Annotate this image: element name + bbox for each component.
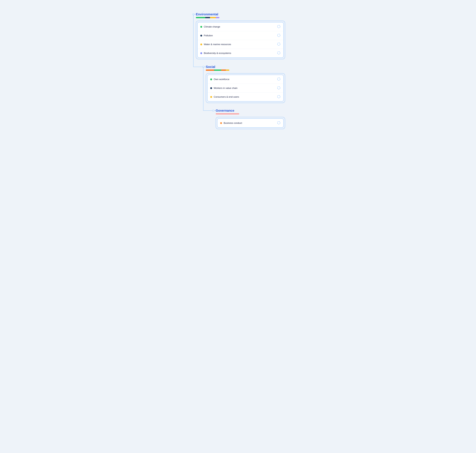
item-row[interactable]: Own workforce xyxy=(208,75,283,84)
card-governance: Business conduct xyxy=(216,117,285,129)
section-social: SocialOwn workforce Workers in value cha… xyxy=(206,65,285,103)
svg-point-3 xyxy=(277,51,280,54)
section-governance: GovernanceBusiness conduct xyxy=(216,109,285,129)
spinner-icon[interactable] xyxy=(277,51,281,55)
item-label: Consumers & end-users xyxy=(214,96,239,98)
bar-segment xyxy=(214,70,221,71)
svg-point-17 xyxy=(212,110,214,111)
svg-point-4 xyxy=(277,78,280,80)
bar-segment xyxy=(226,70,230,71)
item-row[interactable]: Business conduct xyxy=(217,119,283,127)
item-dot xyxy=(210,96,212,98)
spinner-icon[interactable] xyxy=(277,42,281,46)
item-row[interactable]: Consumers & end-users xyxy=(208,92,283,101)
section-head-environmental: Environmental xyxy=(196,12,285,20)
card-environmental: Climate change Pollution Water & marine … xyxy=(196,21,285,59)
svg-point-0 xyxy=(277,25,280,28)
item-dot xyxy=(210,87,212,89)
spinner-icon[interactable] xyxy=(277,121,281,125)
item-row[interactable]: Pollution xyxy=(198,31,283,40)
progress-bar-social xyxy=(206,70,229,71)
item-dot xyxy=(200,43,202,45)
section-environmental: EnvironmentalClimate change Pollution Wa… xyxy=(196,12,285,59)
bar-segment xyxy=(196,17,205,18)
item-row[interactable]: Climate change xyxy=(198,22,283,31)
item-label: Biodiversity & ecosystems xyxy=(204,52,231,55)
items-list-social: Own workforce Workers in value chain Con… xyxy=(207,75,284,101)
item-dot xyxy=(200,52,202,54)
svg-point-6 xyxy=(277,95,280,98)
svg-point-5 xyxy=(277,86,280,89)
item-row[interactable]: Water & marine resources xyxy=(198,40,283,49)
svg-point-2 xyxy=(277,43,280,45)
page-root: EnvironmentalClimate change Pollution Wa… xyxy=(188,9,288,137)
bar-segment xyxy=(210,17,216,18)
item-dot xyxy=(220,122,222,124)
item-label: Water & marine resources xyxy=(204,43,231,46)
bar-segment xyxy=(216,17,220,18)
item-dot xyxy=(200,35,202,36)
spinner-icon[interactable] xyxy=(277,86,281,90)
item-label: Pollution xyxy=(204,34,213,37)
item-label: Own workforce xyxy=(214,78,230,81)
section-head-governance: Governance xyxy=(216,109,285,116)
items-list-governance: Business conduct xyxy=(217,119,284,128)
svg-point-13 xyxy=(202,66,204,68)
bar-segment xyxy=(221,70,226,71)
item-label: Business conduct xyxy=(224,122,242,124)
spinner-icon[interactable] xyxy=(277,34,281,38)
category-title-environmental: Environmental xyxy=(196,12,285,16)
category-title-governance: Governance xyxy=(216,109,285,113)
item-dot xyxy=(200,26,202,28)
item-dot xyxy=(210,78,212,80)
svg-point-1 xyxy=(277,34,280,37)
category-title-social: Social xyxy=(206,65,285,69)
svg-point-9 xyxy=(193,14,194,15)
spinner-icon[interactable] xyxy=(277,95,281,99)
svg-point-7 xyxy=(277,121,280,124)
spinner-icon[interactable] xyxy=(277,77,281,81)
items-list-environmental: Climate change Pollution Water & marine … xyxy=(197,22,284,58)
section-head-social: Social xyxy=(206,65,285,72)
card-social: Own workforce Workers in value chain Con… xyxy=(206,73,285,103)
item-row[interactable]: Biodiversity & ecosystems xyxy=(198,49,283,57)
bar-segment xyxy=(205,17,210,18)
item-label: Climate change xyxy=(204,25,220,28)
progress-bar-governance xyxy=(216,113,239,114)
spinner-icon[interactable] xyxy=(277,25,281,29)
diagram-wrapper: EnvironmentalClimate change Pollution Wa… xyxy=(191,11,285,129)
bar-segment xyxy=(216,113,239,114)
item-label: Workers in value chain xyxy=(214,87,238,89)
progress-bar-environmental xyxy=(196,17,219,18)
item-row[interactable]: Workers in value chain xyxy=(208,84,283,92)
bar-segment xyxy=(206,70,214,71)
